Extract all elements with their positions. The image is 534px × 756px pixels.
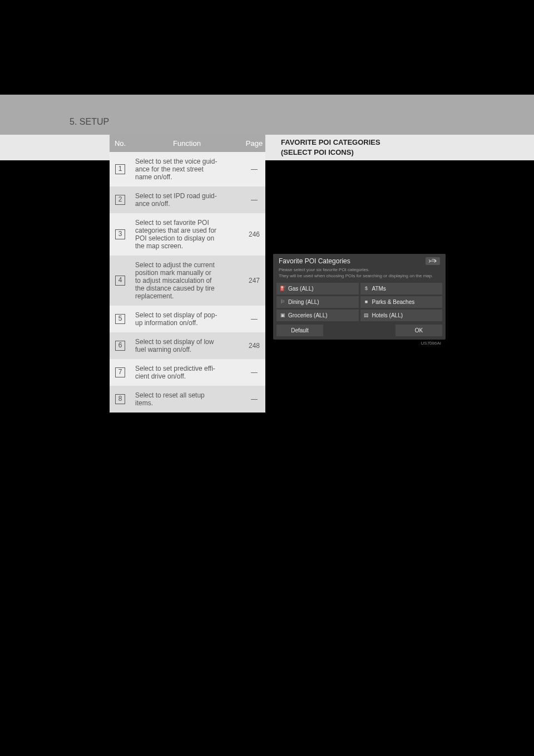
row-function-cell: Select to set IPD road guid- ance on/off… <box>131 186 243 213</box>
poi-category-label: Groceries (ALL) <box>288 312 328 318</box>
poi-category-label: Hotels (ALL) <box>372 312 403 318</box>
row-function-cell: Select to adjust the current position ma… <box>131 256 243 306</box>
screenshot-desc-line2: They will be used when choosing POIs for… <box>279 273 440 279</box>
default-button[interactable]: Default <box>276 325 323 336</box>
poi-screenshot: Favorite POI Categories Please select yo… <box>273 254 446 340</box>
row-function-cell: Select to set display of pop- up informa… <box>131 306 243 332</box>
screenshot-title: Favorite POI Categories <box>279 257 350 265</box>
screenshot-desc: Please select your six favorite POI cate… <box>273 267 446 283</box>
poi-category-label: Dining (ALL) <box>288 299 319 305</box>
tree-icon: ■ <box>364 299 369 305</box>
col-function: Function <box>131 135 243 152</box>
fork-knife-icon: ⚐ <box>280 299 285 305</box>
poi-category-item[interactable]: ▣Groceries (ALL) <box>276 310 359 321</box>
row-number-box: 6 <box>115 341 125 351</box>
poi-category-label: Gas (ALL) <box>288 286 314 292</box>
screenshot-code: US7086AI <box>273 340 446 346</box>
row-number-box: 4 <box>115 276 125 286</box>
right-title-line2: (SELECT POI ICONS) <box>281 148 446 158</box>
row-number-box: 7 <box>115 367 125 377</box>
poi-category-item[interactable]: ⛽Gas (ALL) <box>276 283 359 294</box>
row-number-box: 8 <box>115 394 125 404</box>
row-page-cell: — <box>243 386 265 413</box>
table-row: 7Select to set predictive effi- cient dr… <box>110 359 265 386</box>
row-function-cell: Select to reset all setup items. <box>131 386 243 413</box>
poi-category-item[interactable]: ■Parks & Beaches <box>360 296 443 308</box>
col-no: No. <box>110 135 131 152</box>
row-number-box: 2 <box>115 195 125 205</box>
row-number-cell: 8 <box>110 386 131 413</box>
poi-category-item[interactable]: $ATMs <box>360 283 443 294</box>
back-button[interactable] <box>426 257 440 265</box>
header-band: 5. SETUP <box>0 95 534 135</box>
row-function-cell: Select to set predictive effi- cient dri… <box>131 359 243 386</box>
sub-band <box>0 135 534 160</box>
col-page: Page <box>243 135 265 152</box>
poi-category-item[interactable]: ▤Hotels (ALL) <box>360 310 443 321</box>
right-title-line1: FAVORITE POI CATEGORIES <box>281 138 446 148</box>
row-function-cell: Select to set favorite POI categories th… <box>131 213 243 256</box>
row-page-cell: 248 <box>243 332 265 359</box>
row-page-cell: 247 <box>243 256 265 306</box>
row-number-box: 5 <box>115 314 125 324</box>
table-row: 6Select to set display of low fuel warni… <box>110 332 265 359</box>
row-number-box: 3 <box>115 229 125 239</box>
row-page-cell: — <box>243 186 265 213</box>
cart-icon: ▣ <box>280 312 285 318</box>
row-function-cell: Select to set the voice guid- ance for t… <box>131 152 243 186</box>
row-page-cell: — <box>243 306 265 332</box>
poi-category-label: ATMs <box>372 286 386 292</box>
row-page-cell: 246 <box>243 213 265 256</box>
section-label: 5. SETUP <box>70 117 109 127</box>
row-function-cell: Select to set display of low fuel warnin… <box>131 332 243 359</box>
ok-button[interactable]: OK <box>395 325 442 336</box>
row-number-cell: 1 <box>110 152 131 186</box>
right-title-box: FAVORITE POI CATEGORIES (SELECT POI ICON… <box>273 135 446 160</box>
table-row: 5Select to set display of pop- up inform… <box>110 306 265 332</box>
back-arrow-icon <box>429 259 437 263</box>
row-page-cell: — <box>243 152 265 186</box>
function-table: No. Function Page 1Select to set the voi… <box>110 135 265 413</box>
row-number-cell: 3 <box>110 213 131 256</box>
row-number-cell: 4 <box>110 256 131 306</box>
row-page-cell: — <box>243 359 265 386</box>
gas-pump-icon: ⛽ <box>280 286 285 291</box>
row-number-cell: 6 <box>110 332 131 359</box>
dollar-icon: $ <box>364 286 369 291</box>
bed-icon: ▤ <box>364 312 369 318</box>
table-row: 2Select to set IPD road guid- ance on/of… <box>110 186 265 213</box>
poi-category-label: Parks & Beaches <box>372 299 415 305</box>
screenshot-desc-line1: Please select your six favorite POI cate… <box>279 267 440 273</box>
table-row: 4Select to adjust the current position m… <box>110 256 265 306</box>
table-row: 3Select to set favorite POI categories t… <box>110 213 265 256</box>
poi-category-item[interactable]: ⚐Dining (ALL) <box>276 296 359 308</box>
row-number-box: 1 <box>115 164 125 174</box>
table-row: 1Select to set the voice guid- ance for … <box>110 152 265 186</box>
table-row: 8Select to reset all setup items.— <box>110 386 265 413</box>
row-number-cell: 7 <box>110 359 131 386</box>
row-number-cell: 5 <box>110 306 131 332</box>
row-number-cell: 2 <box>110 186 131 213</box>
